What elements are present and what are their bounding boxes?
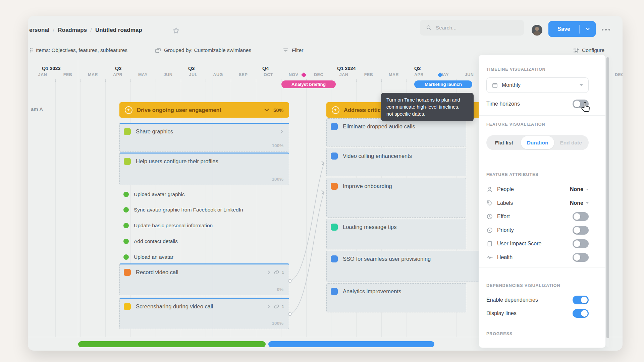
month-label: MAR (389, 72, 399, 77)
feature-card[interactable]: Analytics improvements (326, 283, 466, 312)
attribute-dropdown[interactable]: None (570, 186, 589, 192)
section-title-timeline-visualization: TIMELINE VISUALIZATION (486, 67, 589, 72)
feature-status-square (124, 158, 131, 165)
objective-icon (125, 106, 132, 114)
feature-open-chevron-icon[interactable] (266, 304, 271, 309)
dependencies-row-1: Display lines (486, 307, 589, 320)
subfeature-row[interactable]: Upload an avatar (123, 253, 173, 261)
feature-visualization-segmented-control: Flat listDurationEnd date (486, 135, 589, 150)
milestone-badge-label: Marketing launch (425, 82, 462, 87)
dropdown-chevron-icon (586, 202, 589, 204)
segment-duration[interactable]: Duration (521, 136, 554, 149)
attribute-label: Health (497, 254, 513, 260)
subfeature-status-dot (123, 192, 129, 197)
grouped-by-toolbar-button[interactable]: Grouped by: Customizable swimlanes (155, 46, 251, 54)
feature-card[interactable]: Improve onboarding (326, 178, 466, 218)
milestone-badge[interactable]: Analyst briefing (281, 80, 336, 88)
subfeature-row[interactable]: Update basic personal information (123, 222, 213, 230)
quarter-label: Q1 2023 (42, 66, 61, 71)
feature-status-square (331, 288, 338, 295)
feature-open-chevron-icon[interactable] (279, 129, 284, 134)
subfeature-row[interactable]: Add contact details (123, 237, 178, 245)
target-icon (486, 227, 493, 234)
month-gridline (80, 81, 80, 337)
feature-progress: 100% (272, 177, 283, 182)
lane-progress-bar[interactable] (78, 341, 266, 347)
today-marker-line (213, 72, 213, 337)
subfeature-row[interactable]: Sync avatar graphic from Facebook or Lin… (123, 206, 243, 214)
dependency-link-icon[interactable] (274, 304, 279, 309)
breadcrumb-workspace[interactable]: ersonal (29, 27, 49, 34)
feature-card[interactable]: Help users configure their profiles100% (119, 153, 289, 185)
overflow-menu-button[interactable] (602, 29, 610, 31)
attribute-toggle-health[interactable] (573, 253, 589, 262)
configure-button[interactable]: Configure (573, 46, 604, 54)
breadcrumb-roadmaps[interactable]: Roadmaps (58, 27, 87, 34)
feature-status-square (331, 123, 338, 130)
month-label: DEC (314, 72, 323, 77)
filter-toolbar-label: Filter (292, 47, 303, 53)
tag-icon (486, 200, 493, 206)
filter-toolbar-button[interactable]: Filter (283, 46, 303, 54)
page-background: ersonal / Roadmaps / Untitled roadmap Se… (0, 0, 644, 362)
month-label: JUL (189, 72, 197, 77)
dependencies-toggle-0[interactable] (573, 296, 589, 304)
attribute-toggle-priority[interactable] (573, 226, 589, 235)
breadcrumb-separator: / (90, 27, 92, 34)
configure-label: Configure (582, 47, 604, 53)
segment-end-date[interactable]: End date (554, 136, 588, 149)
lane-progress-bar[interactable] (268, 341, 434, 347)
feature-status-square (124, 303, 131, 310)
feature-status-square (331, 153, 338, 160)
person-icon (486, 186, 493, 193)
feature-open-chevron-icon[interactable] (266, 270, 271, 275)
feature-card[interactable]: Video calling enhancements (326, 148, 466, 176)
feature-label: Record video call (136, 269, 178, 276)
feature-card[interactable]: SSO for seamless user provisioning (326, 251, 485, 282)
objective-collapse-chevron-icon[interactable] (264, 109, 269, 112)
favorite-star-icon[interactable] (172, 26, 180, 35)
attribute-label: User Impact Score (497, 241, 541, 247)
attribute-row-labels: LabelsNone (486, 196, 589, 210)
panel-scrollbar-thumb[interactable] (606, 57, 609, 338)
milestone-badge[interactable]: Marketing launch (414, 80, 472, 88)
objective-bar[interactable]: Drive ongoing user engagement50% (119, 102, 289, 118)
mouse-cursor-pointer (580, 101, 592, 113)
quarter-label: Q1 2024 (337, 66, 356, 71)
swimlane-label: am A (31, 106, 43, 112)
save-button[interactable]: Save (548, 21, 596, 37)
avatar[interactable] (532, 25, 542, 36)
app-window: ersonal / Roadmaps / Untitled roadmap Se… (28, 16, 623, 351)
breadcrumb: ersonal / Roadmaps / Untitled roadmap (29, 27, 142, 34)
month-label: SEP (239, 72, 248, 77)
dependency-link-icon[interactable] (274, 270, 279, 275)
feature-card[interactable]: Screensharing during video call1100% (119, 298, 289, 329)
configure-sliders-icon (573, 47, 579, 53)
dependencies-row-0: Enable dependencies (486, 293, 589, 307)
attribute-toggle-effort[interactable] (573, 212, 589, 221)
feature-card[interactable]: Loading message tips (326, 219, 466, 249)
items-toolbar-button[interactable]: Items: Objectives, features, subfeatures (30, 46, 127, 54)
save-button-label: Save (548, 26, 579, 32)
milestone-diamond-icon[interactable] (301, 72, 306, 78)
dependencies-toggle-1[interactable] (573, 309, 589, 318)
timeline-granularity-dropdown[interactable]: Monthly (486, 77, 589, 93)
feature-card[interactable]: Share graphics100% (119, 123, 289, 152)
lane-gutter-line (78, 60, 78, 337)
feature-card[interactable]: Record video call10% (119, 263, 289, 295)
feature-card[interactable]: Eliminate dropped audio calls (326, 118, 466, 146)
save-dropdown-chevron-icon[interactable] (580, 28, 596, 31)
segment-flat-list[interactable]: Flat list (487, 136, 521, 149)
attribute-dropdown[interactable]: None (570, 200, 589, 206)
search-input[interactable]: Search... (420, 20, 524, 36)
subfeature-row[interactable]: Upload avatar graphic (123, 190, 185, 198)
month-label: JAN (38, 72, 47, 77)
feature-status-square (331, 183, 338, 190)
items-toolbar-label: Items: Objectives, features, subfeatures (36, 47, 127, 53)
objective-icon (332, 106, 339, 114)
attribute-toggle-user-impact-score[interactable] (573, 239, 589, 248)
attribute-row-health: Health (486, 251, 589, 264)
section-title-dependencies-visualization: DEPENDENCIES VISUALIZATION (486, 283, 589, 288)
time-horizons-row: Time horizons (486, 99, 589, 108)
subfeature-status-dot (123, 254, 129, 260)
